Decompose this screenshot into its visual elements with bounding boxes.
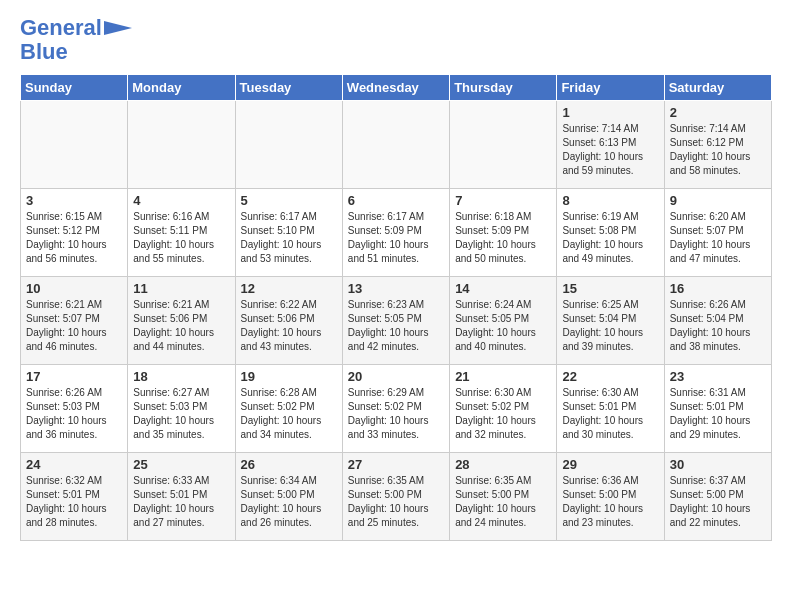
day-info: Sunrise: 6:21 AM Sunset: 5:07 PM Dayligh… — [26, 298, 122, 354]
day-number: 30 — [670, 457, 766, 472]
day-info: Sunrise: 6:33 AM Sunset: 5:01 PM Dayligh… — [133, 474, 229, 530]
day-number: 1 — [562, 105, 658, 120]
day-number: 24 — [26, 457, 122, 472]
day-info: Sunrise: 6:21 AM Sunset: 5:06 PM Dayligh… — [133, 298, 229, 354]
calendar-cell: 19Sunrise: 6:28 AM Sunset: 5:02 PM Dayli… — [235, 365, 342, 453]
calendar-cell: 28Sunrise: 6:35 AM Sunset: 5:00 PM Dayli… — [450, 453, 557, 541]
calendar-cell: 8Sunrise: 6:19 AM Sunset: 5:08 PM Daylig… — [557, 189, 664, 277]
day-info: Sunrise: 6:28 AM Sunset: 5:02 PM Dayligh… — [241, 386, 337, 442]
day-number: 14 — [455, 281, 551, 296]
calendar-cell: 4Sunrise: 6:16 AM Sunset: 5:11 PM Daylig… — [128, 189, 235, 277]
col-header-tuesday: Tuesday — [235, 75, 342, 101]
day-info: Sunrise: 6:15 AM Sunset: 5:12 PM Dayligh… — [26, 210, 122, 266]
logo-icon — [104, 21, 132, 35]
day-number: 21 — [455, 369, 551, 384]
day-number: 19 — [241, 369, 337, 384]
calendar-cell: 21Sunrise: 6:30 AM Sunset: 5:02 PM Dayli… — [450, 365, 557, 453]
calendar-cell: 13Sunrise: 6:23 AM Sunset: 5:05 PM Dayli… — [342, 277, 449, 365]
day-info: Sunrise: 6:26 AM Sunset: 5:03 PM Dayligh… — [26, 386, 122, 442]
day-info: Sunrise: 6:31 AM Sunset: 5:01 PM Dayligh… — [670, 386, 766, 442]
calendar-cell — [235, 101, 342, 189]
day-number: 11 — [133, 281, 229, 296]
day-info: Sunrise: 6:16 AM Sunset: 5:11 PM Dayligh… — [133, 210, 229, 266]
day-number: 16 — [670, 281, 766, 296]
calendar-cell: 24Sunrise: 6:32 AM Sunset: 5:01 PM Dayli… — [21, 453, 128, 541]
day-info: Sunrise: 6:23 AM Sunset: 5:05 PM Dayligh… — [348, 298, 444, 354]
svg-marker-0 — [104, 21, 132, 35]
col-header-saturday: Saturday — [664, 75, 771, 101]
calendar-cell: 26Sunrise: 6:34 AM Sunset: 5:00 PM Dayli… — [235, 453, 342, 541]
day-info: Sunrise: 6:17 AM Sunset: 5:10 PM Dayligh… — [241, 210, 337, 266]
day-info: Sunrise: 6:20 AM Sunset: 5:07 PM Dayligh… — [670, 210, 766, 266]
calendar-week-row: 1Sunrise: 7:14 AM Sunset: 6:13 PM Daylig… — [21, 101, 772, 189]
calendar-cell — [21, 101, 128, 189]
calendar-cell: 14Sunrise: 6:24 AM Sunset: 5:05 PM Dayli… — [450, 277, 557, 365]
calendar-cell: 17Sunrise: 6:26 AM Sunset: 5:03 PM Dayli… — [21, 365, 128, 453]
day-info: Sunrise: 7:14 AM Sunset: 6:13 PM Dayligh… — [562, 122, 658, 178]
day-number: 7 — [455, 193, 551, 208]
calendar-cell: 15Sunrise: 6:25 AM Sunset: 5:04 PM Dayli… — [557, 277, 664, 365]
day-number: 18 — [133, 369, 229, 384]
day-info: Sunrise: 6:18 AM Sunset: 5:09 PM Dayligh… — [455, 210, 551, 266]
day-info: Sunrise: 6:37 AM Sunset: 5:00 PM Dayligh… — [670, 474, 766, 530]
day-number: 3 — [26, 193, 122, 208]
day-info: Sunrise: 6:35 AM Sunset: 5:00 PM Dayligh… — [455, 474, 551, 530]
calendar-week-row: 3Sunrise: 6:15 AM Sunset: 5:12 PM Daylig… — [21, 189, 772, 277]
day-number: 12 — [241, 281, 337, 296]
calendar-cell: 3Sunrise: 6:15 AM Sunset: 5:12 PM Daylig… — [21, 189, 128, 277]
calendar-cell: 2Sunrise: 7:14 AM Sunset: 6:12 PM Daylig… — [664, 101, 771, 189]
day-number: 22 — [562, 369, 658, 384]
day-number: 15 — [562, 281, 658, 296]
calendar-cell: 1Sunrise: 7:14 AM Sunset: 6:13 PM Daylig… — [557, 101, 664, 189]
day-info: Sunrise: 6:29 AM Sunset: 5:02 PM Dayligh… — [348, 386, 444, 442]
day-number: 20 — [348, 369, 444, 384]
day-info: Sunrise: 6:19 AM Sunset: 5:08 PM Dayligh… — [562, 210, 658, 266]
day-number: 2 — [670, 105, 766, 120]
calendar-cell: 9Sunrise: 6:20 AM Sunset: 5:07 PM Daylig… — [664, 189, 771, 277]
day-number: 17 — [26, 369, 122, 384]
calendar-cell: 18Sunrise: 6:27 AM Sunset: 5:03 PM Dayli… — [128, 365, 235, 453]
calendar-cell: 27Sunrise: 6:35 AM Sunset: 5:00 PM Dayli… — [342, 453, 449, 541]
day-info: Sunrise: 6:24 AM Sunset: 5:05 PM Dayligh… — [455, 298, 551, 354]
day-number: 9 — [670, 193, 766, 208]
calendar-cell: 11Sunrise: 6:21 AM Sunset: 5:06 PM Dayli… — [128, 277, 235, 365]
day-number: 27 — [348, 457, 444, 472]
calendar-cell: 29Sunrise: 6:36 AM Sunset: 5:00 PM Dayli… — [557, 453, 664, 541]
calendar-cell: 5Sunrise: 6:17 AM Sunset: 5:10 PM Daylig… — [235, 189, 342, 277]
calendar-cell: 6Sunrise: 6:17 AM Sunset: 5:09 PM Daylig… — [342, 189, 449, 277]
calendar-cell — [450, 101, 557, 189]
calendar-cell: 10Sunrise: 6:21 AM Sunset: 5:07 PM Dayli… — [21, 277, 128, 365]
day-number: 6 — [348, 193, 444, 208]
calendar-cell: 30Sunrise: 6:37 AM Sunset: 5:00 PM Dayli… — [664, 453, 771, 541]
day-number: 10 — [26, 281, 122, 296]
day-info: Sunrise: 6:30 AM Sunset: 5:01 PM Dayligh… — [562, 386, 658, 442]
day-number: 8 — [562, 193, 658, 208]
calendar-week-row: 17Sunrise: 6:26 AM Sunset: 5:03 PM Dayli… — [21, 365, 772, 453]
day-number: 23 — [670, 369, 766, 384]
calendar-table: SundayMondayTuesdayWednesdayThursdayFrid… — [20, 74, 772, 541]
logo-text: General — [20, 16, 102, 40]
day-info: Sunrise: 6:35 AM Sunset: 5:00 PM Dayligh… — [348, 474, 444, 530]
col-header-monday: Monday — [128, 75, 235, 101]
calendar-cell: 7Sunrise: 6:18 AM Sunset: 5:09 PM Daylig… — [450, 189, 557, 277]
col-header-friday: Friday — [557, 75, 664, 101]
day-number: 13 — [348, 281, 444, 296]
calendar-week-row: 10Sunrise: 6:21 AM Sunset: 5:07 PM Dayli… — [21, 277, 772, 365]
day-info: Sunrise: 6:25 AM Sunset: 5:04 PM Dayligh… — [562, 298, 658, 354]
day-number: 5 — [241, 193, 337, 208]
day-info: Sunrise: 7:14 AM Sunset: 6:12 PM Dayligh… — [670, 122, 766, 178]
calendar-cell: 23Sunrise: 6:31 AM Sunset: 5:01 PM Dayli… — [664, 365, 771, 453]
calendar-cell: 12Sunrise: 6:22 AM Sunset: 5:06 PM Dayli… — [235, 277, 342, 365]
day-number: 29 — [562, 457, 658, 472]
day-info: Sunrise: 6:30 AM Sunset: 5:02 PM Dayligh… — [455, 386, 551, 442]
day-info: Sunrise: 6:34 AM Sunset: 5:00 PM Dayligh… — [241, 474, 337, 530]
day-number: 28 — [455, 457, 551, 472]
header: General Blue — [20, 16, 772, 64]
col-header-thursday: Thursday — [450, 75, 557, 101]
calendar-cell — [128, 101, 235, 189]
calendar-week-row: 24Sunrise: 6:32 AM Sunset: 5:01 PM Dayli… — [21, 453, 772, 541]
calendar-cell: 22Sunrise: 6:30 AM Sunset: 5:01 PM Dayli… — [557, 365, 664, 453]
day-number: 4 — [133, 193, 229, 208]
day-number: 25 — [133, 457, 229, 472]
logo: General Blue — [20, 16, 132, 64]
